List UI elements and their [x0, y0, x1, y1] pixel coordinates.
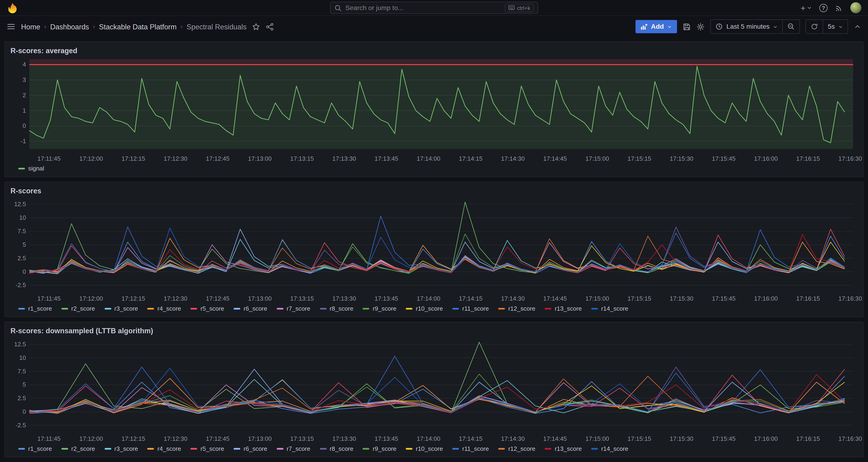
legend-item-r9_score[interactable]: r9_score: [363, 445, 396, 452]
legend-item-r4_score[interactable]: r4_score: [148, 445, 181, 452]
legend-swatch: [61, 448, 68, 450]
breadcrumb-separator-icon: ›: [180, 23, 183, 30]
legend-label: r9_score: [373, 305, 397, 312]
legend-item-r7_score[interactable]: r7_score: [277, 305, 310, 312]
help-button[interactable]: ?: [819, 3, 828, 12]
legend-swatch: [277, 308, 283, 309]
chart-canvas[interactable]: -2.502.557.51012.517:11:4517:12:0017:12:…: [10, 197, 858, 303]
legend-item-r6_score[interactable]: r6_score: [234, 305, 267, 312]
legend-item-r8_score[interactable]: r8_score: [320, 305, 353, 312]
time-series-plot[interactable]: -2.502.557.51012.517:11:4517:12:0017:12:…: [10, 337, 858, 443]
legend-item-r14_score[interactable]: r14_score: [591, 305, 628, 312]
search-input[interactable]: Search or jump to... ctrl+k: [330, 2, 538, 14]
legend-item-r3_score[interactable]: r3_score: [104, 305, 138, 312]
breadcrumb-item[interactable]: Home: [21, 22, 40, 31]
refresh-button[interactable]: [806, 20, 823, 33]
legend-item-r9_score[interactable]: r9_score: [363, 305, 396, 312]
collapse-controls-button[interactable]: [854, 23, 861, 30]
series-line-r7_score: [29, 243, 845, 273]
y-tick-label: 7.5: [18, 368, 26, 375]
time-series-plot[interactable]: -10123417:11:4517:12:0017:12:1517:12:301…: [10, 57, 858, 163]
y-tick-label: 3: [23, 76, 26, 83]
grafana-logo[interactable]: [6, 2, 18, 13]
x-tick-label: 17:12:45: [206, 435, 230, 442]
threshold-zone-above: [29, 59, 853, 65]
zoom-out-time-button[interactable]: [782, 20, 800, 33]
share-dashboard-button[interactable]: [266, 22, 274, 31]
legend-swatch: [234, 308, 240, 309]
panel-title[interactable]: R-scores: averaged: [10, 44, 858, 57]
x-tick-label: 17:14:15: [459, 155, 483, 162]
series-line-r14_score: [29, 228, 845, 273]
legend-label: r8_score: [330, 305, 353, 312]
y-tick-label: -1: [21, 137, 26, 145]
legend-item-r11_score[interactable]: r11_score: [452, 445, 489, 452]
x-tick-label: 17:12:00: [79, 435, 103, 442]
legend-item-r2_score[interactable]: r2_score: [61, 305, 95, 312]
legend-item-r2_score[interactable]: r2_score: [61, 445, 95, 452]
chevron-up-icon: [854, 23, 861, 30]
time-range-picker[interactable]: Last 5 minutes: [711, 20, 782, 33]
x-tick-label: 17:12:15: [121, 155, 145, 162]
legend-swatch: [18, 308, 25, 309]
panel-title[interactable]: R-scores: downsampled (LTTB algorithm): [10, 325, 858, 337]
new-menu-button[interactable]: +: [801, 3, 812, 12]
legend-label: r5_score: [200, 305, 224, 312]
news-button[interactable]: [835, 3, 843, 12]
x-tick-label: 17:16:15: [796, 435, 820, 442]
legend-item-r4_score[interactable]: r4_score: [148, 305, 181, 312]
legend-item-r6_score[interactable]: r6_score: [234, 445, 267, 452]
x-tick-label: 17:14:00: [416, 295, 440, 302]
dashboard-grid: R-scores: averaged -10123417:11:4517:12:…: [0, 37, 868, 462]
x-tick-label: 17:16:00: [754, 155, 778, 162]
breadcrumb-item[interactable]: Dashboards: [50, 22, 89, 31]
legend-item-r13_score[interactable]: r13_score: [545, 305, 582, 312]
panel-title[interactable]: R-scores: [10, 184, 858, 197]
legend-item-r12_score[interactable]: r12_score: [498, 305, 535, 312]
breadcrumb-item[interactable]: Stackable Data Platform: [99, 22, 177, 31]
save-dashboard-button[interactable]: [683, 22, 691, 31]
legend-item-r5_score[interactable]: r5_score: [190, 305, 224, 312]
favorite-dashboard-button[interactable]: [252, 22, 260, 31]
chart-canvas[interactable]: -10123417:11:4517:12:0017:12:1517:12:301…: [10, 57, 858, 163]
x-tick-label: 17:16:00: [754, 435, 778, 442]
y-tick-label: 7.5: [18, 227, 26, 235]
x-tick-label: 17:13:15: [290, 295, 314, 302]
legend-item-signal[interactable]: signal: [18, 165, 44, 172]
legend-swatch: [148, 448, 154, 450]
legend-item-r1_score[interactable]: r1_score: [18, 445, 52, 452]
refresh-interval-label: 5s: [828, 23, 835, 30]
legend-item-r7_score[interactable]: r7_score: [277, 445, 310, 452]
chart-canvas[interactable]: -2.502.557.51012.517:11:4517:12:0017:12:…: [10, 337, 858, 443]
x-tick-label: 17:13:45: [374, 295, 398, 302]
x-tick-label: 17:15:15: [628, 295, 651, 302]
legend-item-r5_score[interactable]: r5_score: [190, 445, 224, 452]
legend-item-r10_score[interactable]: r10_score: [406, 305, 443, 312]
y-tick-label: 0: [23, 122, 26, 129]
y-tick-label: 2.5: [18, 395, 26, 402]
dashboard-settings-button[interactable]: [696, 22, 705, 31]
legend-item-r10_score[interactable]: r10_score: [406, 445, 443, 452]
x-tick-label: 17:12:30: [164, 295, 187, 302]
legend-item-r14_score[interactable]: r14_score: [591, 445, 628, 452]
x-tick-label: 17:14:00: [416, 155, 440, 162]
user-avatar[interactable]: [850, 2, 861, 13]
x-tick-label: 17:13:45: [374, 155, 398, 162]
legend-label: r11_score: [462, 445, 489, 452]
add-panel-button[interactable]: Add: [636, 20, 677, 33]
mega-menu-toggle[interactable]: [6, 22, 16, 31]
legend-item-r11_score[interactable]: r11_score: [452, 305, 489, 312]
question-mark-icon: ?: [822, 5, 825, 11]
legend-item-r12_score[interactable]: r12_score: [498, 445, 535, 452]
refresh-interval-picker[interactable]: 5s: [823, 20, 847, 33]
legend-item-r8_score[interactable]: r8_score: [320, 445, 353, 452]
legend-label: r8_score: [330, 445, 353, 452]
legend-item-r3_score[interactable]: r3_score: [104, 445, 138, 452]
y-tick-label: 5: [23, 241, 26, 248]
legend-item-r1_score[interactable]: r1_score: [18, 305, 52, 312]
chevron-down-icon: [838, 24, 843, 29]
legend-label: r3_score: [115, 445, 138, 452]
legend-item-r13_score[interactable]: r13_score: [545, 445, 582, 452]
time-series-plot[interactable]: -2.502.557.51012.517:11:4517:12:0017:12:…: [10, 197, 858, 303]
x-tick-label: 17:13:45: [374, 435, 398, 442]
